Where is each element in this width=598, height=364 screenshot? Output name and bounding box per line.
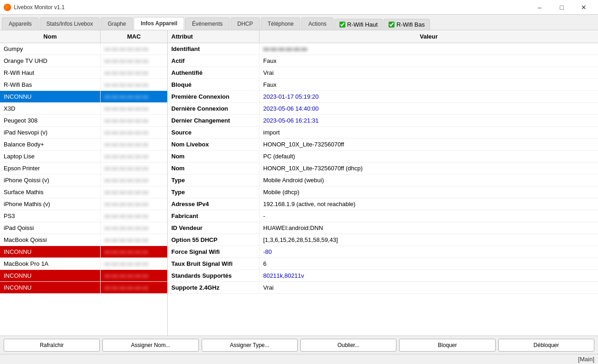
device-row[interactable]: iPhone Qoissi (v)xx:xx:xx:xx:xx:xx: [0, 174, 167, 186]
device-mac: xx:xx:xx:xx:xx:xx: [101, 43, 167, 55]
device-row[interactable]: R-Wifi Hautxx:xx:xx:xx:xx:xx: [0, 67, 167, 79]
debloquer-button[interactable]: Débloquer: [498, 339, 594, 352]
checkbox-label-rwifi-haut: R-Wifi Haut: [347, 21, 378, 28]
device-name: INCONNU: [0, 246, 101, 258]
tab-infos-appareil[interactable]: Infos Appareil: [134, 17, 184, 30]
right-table-header: Attribut Valeur: [168, 30, 598, 43]
device-row[interactable]: R-Wifi Basxx:xx:xx:xx:xx:xx: [0, 79, 167, 91]
attr-name: Dernière Connexion: [168, 103, 260, 114]
left-panel: Nom MAC Gumpyxx:xx:xx:xx:xx:xxOrange TV …: [0, 30, 168, 336]
checkbox-rwifi-bas[interactable]: [389, 22, 395, 28]
tab-checkbox-rwifi-bas[interactable]: R-Wifi Bas: [384, 19, 429, 30]
tab-telephone[interactable]: Téléphone: [261, 17, 301, 30]
attr-row: NomPC (default): [168, 151, 598, 162]
device-mac: xx:xx:xx:xx:xx:xx: [101, 186, 167, 198]
attr-value: 192.168.1.9 (active, not reachable): [260, 198, 598, 210]
device-row[interactable]: iPad Qoissixx:xx:xx:xx:xx:xx: [0, 222, 167, 234]
device-row[interactable]: INCONNUxx:xx:xx:xx:xx:xx: [0, 246, 167, 258]
device-row[interactable]: X3Dxx:xx:xx:xx:xx:xx: [0, 103, 167, 115]
attr-value: Mobile (dhcp): [260, 186, 598, 198]
attr-value: 6: [260, 258, 598, 269]
attr-row: ID VendeurHUAWEI:android:DNN: [168, 222, 598, 234]
attr-name: Type: [168, 186, 260, 198]
device-name: Gumpy: [0, 43, 101, 55]
tab-stats[interactable]: Stats/Infos Livebox: [39, 17, 100, 30]
attr-value: PC (default): [260, 151, 598, 162]
device-row[interactable]: Peugeot 308xx:xx:xx:xx:xx:xx: [0, 115, 167, 127]
device-name: R-Wifi Haut: [0, 67, 101, 78]
device-name: iPhone Qoissi (v): [0, 174, 101, 186]
attr-name: ID Vendeur: [168, 222, 260, 234]
device-name: Peugeot 308: [0, 115, 101, 126]
maximize-button[interactable]: □: [551, 0, 572, 15]
col-name-header: Nom: [0, 30, 101, 43]
tab-actions[interactable]: Actions: [301, 17, 333, 30]
right-panel: Attribut Valeur Identifiantxx:xx:xx:xx:x…: [168, 30, 598, 336]
device-name: Laptop Lise: [0, 151, 101, 162]
attr-name: Standards Supportés: [168, 270, 260, 281]
device-row[interactable]: INCONNUxx:xx:xx:xx:xx:xx: [0, 91, 167, 103]
device-row[interactable]: Epson Printerxx:xx:xx:xx:xx:xx: [0, 162, 167, 174]
tab-appareils[interactable]: Appareils: [2, 17, 39, 30]
attr-value: 2023-01-17 05:19:20: [260, 91, 598, 102]
tab-evenements[interactable]: Événements: [185, 17, 230, 30]
attr-name: Fabricant: [168, 210, 260, 222]
device-row[interactable]: Laptop Lisexx:xx:xx:xx:xx:xx: [0, 151, 167, 162]
attr-value: HONOR_10X_Lite-73256070ff (dhcp): [260, 162, 598, 174]
tab-graphe[interactable]: Graphe: [101, 17, 133, 30]
col-attr-header: Attribut: [168, 30, 260, 43]
device-row[interactable]: MacBook Qoissixx:xx:xx:xx:xx:xx: [0, 234, 167, 246]
attr-row: Sourceimport: [168, 127, 598, 139]
attr-row: ActifFaux: [168, 55, 598, 67]
device-row[interactable]: INCONNUxx:xx:xx:xx:xx:xx: [0, 282, 167, 294]
attr-row: Supporte 2.4GHzVrai: [168, 282, 598, 294]
bloquer-button[interactable]: Bloquer: [399, 339, 495, 352]
bottom-bar: RafraîchirAssigner Nom...Assigner Type..…: [0, 336, 598, 354]
status-text: [Main]: [578, 356, 594, 363]
attr-value: import: [260, 127, 598, 138]
tab-dhcp[interactable]: DHCP: [231, 17, 260, 30]
device-row[interactable]: PS3xx:xx:xx:xx:xx:xx: [0, 210, 167, 222]
attr-name: Identifiant: [168, 43, 260, 55]
device-name: Epson Printer: [0, 162, 101, 174]
device-mac: xx:xx:xx:xx:xx:xx: [101, 139, 167, 150]
tab-bar: AppareilsStats/Infos LiveboxGrapheInfos …: [0, 15, 598, 30]
attr-value: Vrai: [260, 282, 598, 293]
tab-checkbox-rwifi-haut[interactable]: R-Wifi Haut: [334, 19, 383, 30]
device-name: Balance Body+: [0, 139, 101, 150]
device-row[interactable]: Balance Body+xx:xx:xx:xx:xx:xx: [0, 139, 167, 151]
main-content: Nom MAC Gumpyxx:xx:xx:xx:xx:xxOrange TV …: [0, 30, 598, 336]
attr-value: 2023-05-06 16:21:31: [260, 115, 598, 126]
left-table-header: Nom MAC: [0, 30, 167, 43]
attr-list: Identifiantxx:xx:xx:xx:xx:xxActifFauxAut…: [168, 43, 598, 336]
device-row[interactable]: Surface Mathisxx:xx:xx:xx:xx:xx: [0, 186, 167, 198]
assigner-nom-button[interactable]: Assigner Nom...: [102, 339, 198, 352]
attr-name: Authentifié: [168, 67, 260, 78]
checkbox-rwifi-haut[interactable]: [339, 22, 345, 28]
attr-value: HUAWEI:android:DNN: [260, 222, 598, 234]
assigner-type-button[interactable]: Assigner Type...: [202, 339, 298, 352]
attr-name: Dernier Changement: [168, 115, 260, 126]
device-row[interactable]: Orange TV UHDxx:xx:xx:xx:xx:xx: [0, 55, 167, 67]
minimize-button[interactable]: –: [529, 0, 550, 15]
rafraichir-button[interactable]: Rafraîchir: [4, 339, 100, 352]
device-mac: xx:xx:xx:xx:xx:xx: [101, 174, 167, 186]
device-name: Surface Mathis: [0, 186, 101, 198]
device-row[interactable]: iPhone Mathis (v)xx:xx:xx:xx:xx:xx: [0, 198, 167, 210]
device-name: iPhone Mathis (v): [0, 198, 101, 210]
device-name: INCONNU: [0, 282, 101, 293]
device-row[interactable]: INCONNUxx:xx:xx:xx:xx:xx: [0, 270, 167, 282]
device-mac: xx:xx:xx:xx:xx:xx: [101, 258, 167, 269]
device-name: X3D: [0, 103, 101, 114]
oublier-button[interactable]: Oublier...: [300, 339, 396, 352]
device-list[interactable]: Gumpyxx:xx:xx:xx:xx:xxOrange TV UHDxx:xx…: [0, 43, 167, 336]
close-button[interactable]: ✕: [573, 0, 594, 15]
device-row[interactable]: MacBook Pro 1Axx:xx:xx:xx:xx:xx: [0, 258, 167, 270]
device-row[interactable]: Gumpyxx:xx:xx:xx:xx:xx: [0, 43, 167, 55]
device-row[interactable]: iPad Nesvopi (v)xx:xx:xx:xx:xx:xx: [0, 127, 167, 139]
attr-row: Taux Bruit Signal Wifi6: [168, 258, 598, 270]
device-name: MacBook Qoissi: [0, 234, 101, 246]
attr-value: Faux: [260, 55, 598, 67]
attr-value: [1,3,6,15,26,28,51,58,59,43]: [260, 234, 598, 246]
attr-row: TypeMobile Android (webui): [168, 174, 598, 186]
